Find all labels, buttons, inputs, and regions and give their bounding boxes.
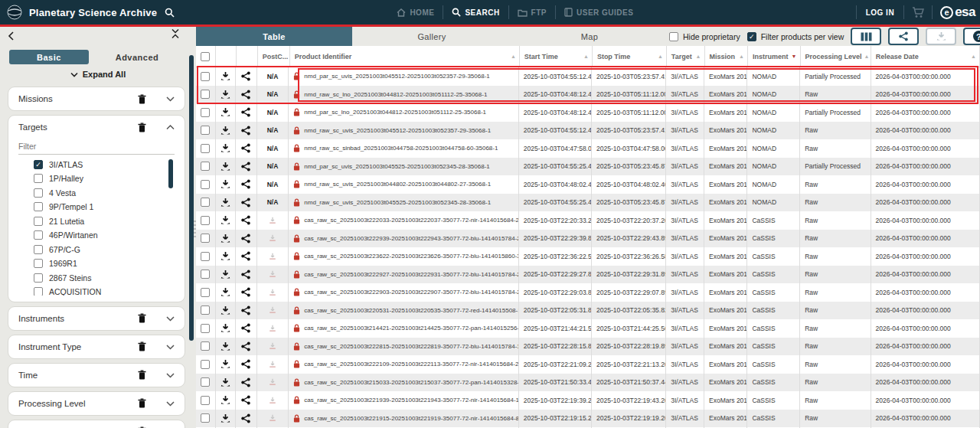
postcard-cell[interactable]	[257, 410, 289, 428]
product-identifier-cell[interactable]: cas_raw_sc_20251003t220531-20251003t2205…	[289, 302, 519, 320]
postcard-cell[interactable]	[257, 283, 289, 302]
column-header-start[interactable]: Start Time▲	[520, 46, 593, 67]
target-option-67p-c-g[interactable]: 67P/C-G	[34, 243, 175, 257]
product-identifier-cell[interactable]: nmd_raw_sc_uvis_20251003t045512-20251003…	[289, 122, 519, 140]
download-cell[interactable]	[216, 266, 237, 284]
column-header-stop[interactable]: Stop Time▲	[593, 46, 667, 67]
row-checkbox-cell[interactable]	[196, 194, 216, 212]
nav-ftp[interactable]: FTP	[509, 8, 555, 17]
targets-filter-input[interactable]	[18, 139, 175, 155]
product-identifier-cell[interactable]: nmd_raw_sc_uvis_20251003t045525-20251003…	[289, 194, 519, 212]
table-row[interactable]: cas_raw_sc_20251003t222109-20251003t2221…	[196, 355, 980, 374]
product-identifier-cell[interactable]: cas_raw_sc_20251003t222903-20251003t2229…	[289, 283, 519, 302]
target-option-21-lutetia[interactable]: 21 Lutetia	[34, 214, 175, 229]
row-checkbox-cell[interactable]	[196, 175, 216, 194]
postcard-cell[interactable]	[257, 211, 289, 230]
row-checkbox-cell[interactable]	[196, 67, 216, 86]
checkbox[interactable]	[34, 217, 43, 226]
target-option-1969r1[interactable]: 1969R1	[34, 256, 175, 271]
postcard-cell[interactable]	[257, 374, 289, 392]
checkbox[interactable]	[201, 324, 210, 333]
tab-basic[interactable]: Basic	[9, 50, 89, 64]
share-cell[interactable]	[236, 86, 257, 104]
checkbox[interactable]	[201, 270, 210, 279]
row-checkbox-cell[interactable]	[196, 158, 216, 176]
chevron-down-icon[interactable]	[166, 372, 175, 378]
postcard-cell[interactable]	[257, 355, 289, 374]
checkbox[interactable]	[34, 259, 43, 268]
checkbox[interactable]	[34, 174, 43, 183]
view-tab-table[interactable]: Table	[196, 27, 352, 46]
product-identifier-cell[interactable]: cas_raw_sc_20251003t215033-20251003t2150…	[289, 374, 519, 392]
download-cell[interactable]	[216, 122, 237, 140]
download-cell[interactable]	[216, 230, 237, 248]
checkbox[interactable]: ✓	[747, 32, 756, 41]
product-identifier-cell[interactable]: cas_raw_sc_20251003t222109-20251003t2221…	[289, 355, 519, 374]
checkbox[interactable]	[201, 377, 210, 387]
column-header-target[interactable]: Target▲	[667, 46, 705, 67]
share-cell[interactable]	[236, 247, 257, 266]
table-row[interactable]: N/A nmd_raw_sc_sinbad_20251003t044758-20…	[196, 139, 980, 158]
checkbox[interactable]	[201, 198, 210, 207]
postcard-cell[interactable]	[257, 247, 289, 266]
trash-icon[interactable]	[138, 123, 146, 132]
column-header-release[interactable]: Release Date▲	[871, 46, 980, 67]
product-identifier-cell[interactable]: cas_raw_sc_20251003t222815-20251003t2228…	[289, 338, 519, 356]
checkbox[interactable]	[201, 180, 210, 189]
targets-list-scrollbar[interactable]	[168, 159, 173, 188]
option-hide-proprietary[interactable]: Hide proprietary	[669, 32, 740, 41]
target-option-9p-tempel-1[interactable]: 9P/Tempel 1	[34, 200, 175, 214]
table-row[interactable]: cas_raw_sc_20251003t222927-20251003t2229…	[196, 266, 980, 284]
target-option-1p-halley[interactable]: 1P/Halley	[34, 172, 175, 186]
share-cell[interactable]	[236, 103, 257, 122]
view-tab-map[interactable]: Map	[511, 27, 668, 46]
table-row[interactable]: N/A nmd_par_sc_uvis_20251003t045525-2025…	[196, 158, 980, 176]
row-checkbox-cell[interactable]	[196, 391, 216, 410]
download-cell[interactable]	[216, 103, 237, 122]
row-checkbox-cell[interactable]	[196, 122, 216, 140]
product-identifier-cell[interactable]: nmd_par_sc_uvis_20251003t045512-20251003…	[289, 67, 519, 86]
download-cell[interactable]	[216, 139, 237, 158]
product-identifier-cell[interactable]: cas_raw_sc_20251003t223622-20251003t2236…	[289, 247, 519, 266]
nav-user-guides[interactable]: USER GUIDES	[556, 8, 642, 17]
product-identifier-cell[interactable]: nmd_par_sc_uvis_20251003t045525-20251003…	[289, 158, 519, 176]
table-row[interactable]: N/A nmd_par_sc_lno_20251003t044812-20251…	[196, 103, 980, 122]
checkbox[interactable]	[34, 202, 43, 211]
checkbox[interactable]	[201, 341, 210, 351]
target-option-2867-steins[interactable]: 2867 Steins	[34, 271, 175, 286]
nav-search[interactable]: SEARCH	[443, 8, 508, 17]
target-option-4-vesta[interactable]: 4 Vesta	[34, 186, 175, 201]
product-identifier-cell[interactable]: cas_raw_sc_20251003t222927-20251003t2229…	[289, 266, 519, 284]
share-cell[interactable]	[236, 266, 257, 284]
row-checkbox-cell[interactable]	[196, 302, 216, 320]
product-identifier-cell[interactable]: cas_raw_sc_20251003t222033-20251003t2220…	[289, 211, 519, 230]
product-identifier-cell[interactable]: cas_raw_sc_20251003t221915-20251003t2219…	[289, 410, 519, 428]
checkbox[interactable]	[201, 252, 210, 261]
share-cell[interactable]	[236, 302, 257, 320]
table-row[interactable]: cas_raw_sc_20251003t215033-20251003t2150…	[196, 374, 980, 392]
row-checkbox-cell[interactable]	[196, 86, 216, 104]
product-identifier-cell[interactable]: cas_raw_sc_20251003t221939-20251003t2219…	[289, 391, 519, 410]
table-row[interactable]: cas_raw_sc_20251003t223622-20251003t2236…	[196, 247, 980, 266]
product-identifier-cell[interactable]: cas_raw_sc_20251003t222939-20251003t2229…	[289, 230, 519, 248]
trash-icon[interactable]	[138, 341, 146, 351]
select-all-checkbox[interactable]	[196, 46, 216, 67]
download-cell[interactable]	[216, 247, 237, 266]
share-cell[interactable]	[236, 194, 257, 212]
checkbox[interactable]	[201, 162, 210, 171]
checkbox[interactable]	[201, 126, 210, 135]
column-header-instrument[interactable]: Instrument▼	[748, 46, 801, 67]
share-cell[interactable]	[236, 230, 257, 248]
expand-all-button[interactable]: Expand All	[0, 66, 196, 83]
checkbox[interactable]	[201, 216, 210, 225]
postcard-cell[interactable]	[257, 302, 289, 320]
postcard-cell[interactable]	[257, 319, 289, 338]
product-identifier-cell[interactable]: nmd_raw_sc_lno_20251003t044812-20251003t…	[289, 86, 519, 104]
sidebar-collapse-icon[interactable]	[8, 31, 15, 41]
checkbox[interactable]	[669, 32, 678, 41]
product-identifier-cell[interactable]: nmd_par_sc_lno_20251003t044812-20251003t…	[289, 103, 519, 122]
share-cell[interactable]	[236, 319, 257, 338]
share-cell[interactable]	[236, 374, 257, 392]
share-cell[interactable]	[236, 391, 257, 410]
checkbox[interactable]	[34, 287, 43, 295]
